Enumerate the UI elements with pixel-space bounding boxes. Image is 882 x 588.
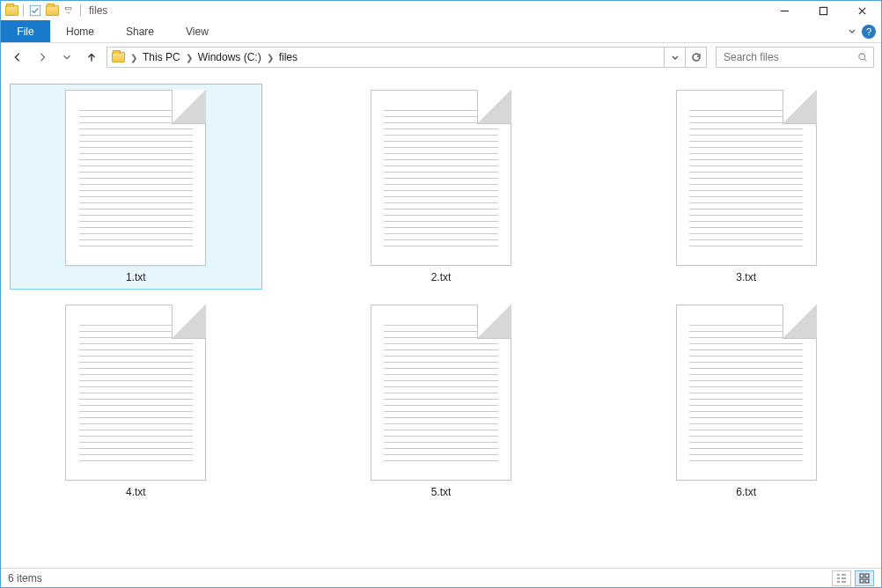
svg-rect-5 [865,574,869,577]
file-label: 3.txt [736,271,756,283]
file-label: 4.txt [126,486,146,498]
text-file-icon [371,90,511,266]
ribbon-tab-view[interactable]: View [170,20,224,42]
forward-button[interactable] [33,48,52,67]
titlebar: files [1,1,881,20]
properties-quick-icon[interactable] [28,4,42,18]
address-bar[interactable]: ❯ This PC ❯ Windows (C:) ❯ files [107,47,707,68]
maximize-button[interactable] [804,1,842,20]
status-bar: 6 items [1,568,881,587]
folder-icon [45,4,59,18]
text-file-icon [676,305,817,481]
file-item[interactable]: 4.txt [10,298,262,504]
refresh-button[interactable] [685,48,706,67]
view-details-button[interactable] [832,570,851,586]
chevron-right-icon[interactable]: ❯ [129,53,139,62]
folder-icon [111,50,125,64]
divider [23,4,24,17]
ribbon-tab-share[interactable]: Share [110,20,170,42]
view-large-icons-button[interactable] [855,570,874,586]
text-file-icon [65,305,206,481]
file-grid: 1.txt 2.txt 3.txt 4.txt 5.txt 6.txt [10,84,872,504]
file-label: 6.txt [736,486,756,498]
up-button[interactable] [82,48,101,67]
svg-rect-2 [820,7,827,14]
svg-point-3 [859,54,865,60]
ribbon-file-tab[interactable]: File [1,20,50,42]
folder-icon [4,4,18,18]
file-label: 5.txt [431,486,452,498]
file-label: 1.txt [126,271,146,283]
file-item[interactable]: 3.txt [620,84,872,290]
help-icon[interactable]: ? [862,25,876,39]
file-item[interactable]: 2.txt [315,84,568,290]
text-file-icon [65,90,206,266]
navigation-bar: ❯ This PC ❯ Windows (C:) ❯ files [1,43,881,71]
breadcrumb[interactable]: This PC [139,51,184,63]
ribbon-tab-home[interactable]: Home [50,20,110,42]
text-file-icon [676,90,817,266]
svg-rect-1 [65,7,70,9]
text-file-icon [371,305,511,481]
svg-rect-4 [860,574,864,577]
ribbon: File Home Share View ? [1,20,881,43]
minimize-button[interactable] [765,1,804,20]
file-item[interactable]: 5.txt [315,298,568,504]
file-item[interactable]: 1.txt [10,84,262,290]
chevron-right-icon[interactable]: ❯ [265,53,276,62]
address-history-button[interactable] [664,48,685,67]
ribbon-file-label: File [17,26,33,38]
status-text: 6 items [8,572,42,584]
breadcrumb[interactable]: Windows (C:) [195,51,265,63]
svg-rect-7 [865,579,869,583]
ribbon-expand-icon[interactable] [848,26,856,38]
recent-locations-button[interactable] [57,48,77,67]
search-box[interactable] [716,47,874,68]
window-title: files [89,4,107,17]
search-input[interactable] [722,50,857,64]
file-view[interactable]: 1.txt 2.txt 3.txt 4.txt 5.txt 6.txt [1,75,881,568]
svg-rect-6 [860,579,864,583]
quick-access-dropdown-icon[interactable] [62,4,76,18]
file-item[interactable]: 6.txt [620,298,872,504]
divider [80,4,81,17]
back-button[interactable] [8,48,27,67]
close-button[interactable] [842,1,881,20]
file-label: 2.txt [431,271,452,283]
breadcrumb[interactable]: files [276,51,301,63]
chevron-right-icon[interactable]: ❯ [184,53,195,62]
search-icon [857,51,868,63]
